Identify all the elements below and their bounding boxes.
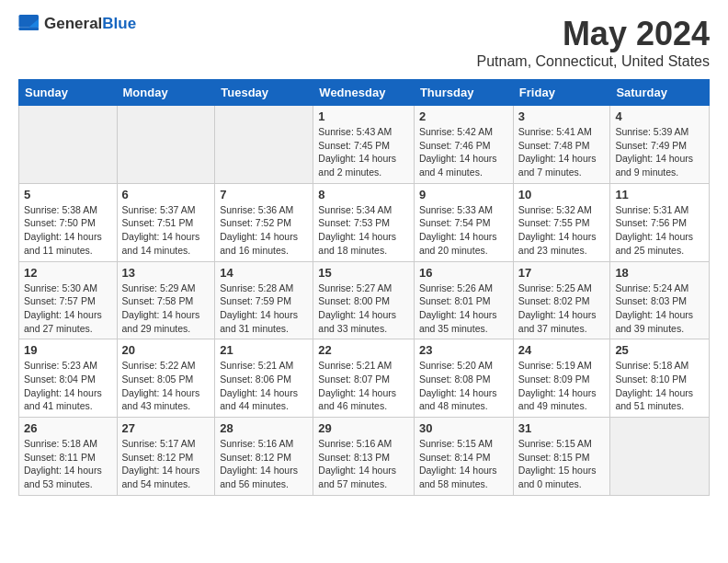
day-info: Sunrise: 5:39 AM Sunset: 7:49 PM Dayligh… bbox=[615, 125, 704, 179]
calendar-body: 1Sunrise: 5:43 AM Sunset: 7:45 PM Daylig… bbox=[19, 106, 710, 496]
header-friday: Friday bbox=[513, 80, 610, 106]
day-info: Sunrise: 5:34 AM Sunset: 7:53 PM Dayligh… bbox=[318, 203, 409, 258]
calendar-cell: 18Sunrise: 5:24 AM Sunset: 8:03 PM Dayli… bbox=[610, 261, 710, 339]
day-info: Sunrise: 5:18 AM Sunset: 8:10 PM Dayligh… bbox=[615, 359, 704, 413]
week-row-1: 1Sunrise: 5:43 AM Sunset: 7:45 PM Daylig… bbox=[19, 106, 710, 184]
header-monday: Monday bbox=[117, 80, 215, 106]
calendar-cell bbox=[117, 106, 215, 184]
day-number: 10 bbox=[518, 188, 606, 201]
day-info: Sunrise: 5:15 AM Sunset: 8:14 PM Dayligh… bbox=[419, 437, 508, 491]
calendar-cell: 9Sunrise: 5:33 AM Sunset: 7:54 PM Daylig… bbox=[414, 183, 513, 261]
title-area: May 2024 Putnam, Connecticut, United Sta… bbox=[477, 15, 710, 70]
day-info: Sunrise: 5:18 AM Sunset: 8:11 PM Dayligh… bbox=[24, 437, 112, 491]
day-number: 2 bbox=[419, 109, 508, 123]
calendar-cell: 28Sunrise: 5:16 AM Sunset: 8:12 PM Dayli… bbox=[215, 418, 313, 496]
calendar-cell: 1Sunrise: 5:43 AM Sunset: 7:45 PM Daylig… bbox=[313, 106, 415, 184]
day-number: 15 bbox=[318, 266, 409, 280]
calendar-cell: 24Sunrise: 5:19 AM Sunset: 8:09 PM Dayli… bbox=[513, 339, 610, 418]
calendar-cell: 13Sunrise: 5:29 AM Sunset: 7:58 PM Dayli… bbox=[117, 261, 215, 339]
day-number: 29 bbox=[318, 421, 409, 435]
calendar-cell: 14Sunrise: 5:28 AM Sunset: 7:59 PM Dayli… bbox=[215, 261, 313, 339]
day-number: 25 bbox=[615, 343, 704, 357]
day-number: 6 bbox=[122, 188, 210, 201]
day-number: 26 bbox=[24, 421, 112, 435]
day-info: Sunrise: 5:43 AM Sunset: 7:45 PM Dayligh… bbox=[318, 125, 409, 179]
day-info: Sunrise: 5:21 AM Sunset: 8:07 PM Dayligh… bbox=[318, 359, 409, 413]
calendar-cell: 17Sunrise: 5:25 AM Sunset: 8:02 PM Dayli… bbox=[513, 261, 610, 339]
calendar-cell: 29Sunrise: 5:16 AM Sunset: 8:13 PM Dayli… bbox=[313, 418, 415, 496]
day-info: Sunrise: 5:16 AM Sunset: 8:13 PM Dayligh… bbox=[318, 437, 409, 491]
logo-blue: Blue bbox=[102, 15, 136, 32]
day-number: 20 bbox=[122, 343, 210, 357]
day-number: 18 bbox=[615, 266, 704, 280]
day-number: 7 bbox=[220, 188, 308, 201]
calendar-header: SundayMondayTuesdayWednesdayThursdayFrid… bbox=[19, 80, 710, 106]
header-tuesday: Tuesday bbox=[215, 80, 313, 106]
day-number: 3 bbox=[518, 109, 606, 123]
day-info: Sunrise: 5:24 AM Sunset: 8:03 PM Dayligh… bbox=[615, 282, 704, 336]
week-row-4: 19Sunrise: 5:23 AM Sunset: 8:04 PM Dayli… bbox=[19, 339, 710, 418]
calendar-cell: 11Sunrise: 5:31 AM Sunset: 7:56 PM Dayli… bbox=[610, 183, 710, 261]
calendar-cell: 21Sunrise: 5:21 AM Sunset: 8:06 PM Dayli… bbox=[215, 339, 313, 418]
day-info: Sunrise: 5:42 AM Sunset: 7:46 PM Dayligh… bbox=[419, 125, 508, 179]
day-info: Sunrise: 5:19 AM Sunset: 8:09 PM Dayligh… bbox=[518, 359, 606, 413]
day-number: 24 bbox=[518, 343, 606, 357]
calendar-cell: 7Sunrise: 5:36 AM Sunset: 7:52 PM Daylig… bbox=[215, 183, 313, 261]
day-number: 12 bbox=[24, 266, 112, 280]
calendar-cell: 12Sunrise: 5:30 AM Sunset: 7:57 PM Dayli… bbox=[19, 261, 118, 339]
calendar-cell: 25Sunrise: 5:18 AM Sunset: 8:10 PM Dayli… bbox=[610, 339, 710, 418]
day-number: 22 bbox=[318, 343, 409, 357]
svg-rect-2 bbox=[18, 28, 39, 30]
header-sunday: Sunday bbox=[19, 80, 118, 106]
calendar-cell bbox=[19, 106, 118, 184]
day-info: Sunrise: 5:28 AM Sunset: 7:59 PM Dayligh… bbox=[220, 282, 308, 336]
day-number: 23 bbox=[419, 343, 508, 357]
calendar-cell bbox=[610, 418, 710, 496]
day-number: 4 bbox=[615, 109, 704, 123]
calendar-cell: 8Sunrise: 5:34 AM Sunset: 7:53 PM Daylig… bbox=[313, 183, 415, 261]
week-row-3: 12Sunrise: 5:30 AM Sunset: 7:57 PM Dayli… bbox=[19, 261, 710, 339]
month-title: May 2024 bbox=[477, 15, 710, 53]
day-info: Sunrise: 5:31 AM Sunset: 7:56 PM Dayligh… bbox=[615, 203, 704, 258]
day-info: Sunrise: 5:29 AM Sunset: 7:58 PM Dayligh… bbox=[122, 282, 210, 336]
day-info: Sunrise: 5:22 AM Sunset: 8:05 PM Dayligh… bbox=[122, 359, 210, 413]
calendar-cell: 6Sunrise: 5:37 AM Sunset: 7:51 PM Daylig… bbox=[117, 183, 215, 261]
week-row-5: 26Sunrise: 5:18 AM Sunset: 8:11 PM Dayli… bbox=[19, 418, 710, 496]
location-title: Putnam, Connecticut, United States bbox=[477, 53, 710, 70]
day-info: Sunrise: 5:38 AM Sunset: 7:50 PM Dayligh… bbox=[24, 203, 112, 258]
calendar-cell: 10Sunrise: 5:32 AM Sunset: 7:55 PM Dayli… bbox=[513, 183, 610, 261]
calendar-cell: 20Sunrise: 5:22 AM Sunset: 8:05 PM Dayli… bbox=[117, 339, 215, 418]
week-row-2: 5Sunrise: 5:38 AM Sunset: 7:50 PM Daylig… bbox=[19, 183, 710, 261]
calendar-cell: 31Sunrise: 5:15 AM Sunset: 8:15 PM Dayli… bbox=[513, 418, 610, 496]
calendar-cell: 26Sunrise: 5:18 AM Sunset: 8:11 PM Dayli… bbox=[19, 418, 118, 496]
header-thursday: Thursday bbox=[414, 80, 513, 106]
day-number: 1 bbox=[318, 109, 409, 123]
day-number: 28 bbox=[220, 421, 308, 435]
day-info: Sunrise: 5:33 AM Sunset: 7:54 PM Dayligh… bbox=[419, 203, 508, 258]
calendar-cell: 30Sunrise: 5:15 AM Sunset: 8:14 PM Dayli… bbox=[414, 418, 513, 496]
calendar-cell: 19Sunrise: 5:23 AM Sunset: 8:04 PM Dayli… bbox=[19, 339, 118, 418]
day-number: 19 bbox=[24, 343, 112, 357]
logo-icon bbox=[18, 15, 40, 33]
calendar-cell: 2Sunrise: 5:42 AM Sunset: 7:46 PM Daylig… bbox=[414, 106, 513, 184]
day-info: Sunrise: 5:23 AM Sunset: 8:04 PM Dayligh… bbox=[24, 359, 112, 413]
header-row: SundayMondayTuesdayWednesdayThursdayFrid… bbox=[19, 80, 710, 106]
day-info: Sunrise: 5:20 AM Sunset: 8:08 PM Dayligh… bbox=[419, 359, 508, 413]
day-info: Sunrise: 5:15 AM Sunset: 8:15 PM Dayligh… bbox=[518, 437, 606, 491]
header: GeneralBlue May 2024 Putnam, Connecticut… bbox=[18, 15, 710, 70]
day-info: Sunrise: 5:16 AM Sunset: 8:12 PM Dayligh… bbox=[220, 437, 308, 491]
day-number: 13 bbox=[122, 266, 210, 280]
day-number: 16 bbox=[419, 266, 508, 280]
calendar-cell: 16Sunrise: 5:26 AM Sunset: 8:01 PM Dayli… bbox=[414, 261, 513, 339]
day-info: Sunrise: 5:32 AM Sunset: 7:55 PM Dayligh… bbox=[518, 203, 606, 258]
day-info: Sunrise: 5:37 AM Sunset: 7:51 PM Dayligh… bbox=[122, 203, 210, 258]
calendar-cell: 27Sunrise: 5:17 AM Sunset: 8:12 PM Dayli… bbox=[117, 418, 215, 496]
logo-text-block: GeneralBlue bbox=[44, 15, 136, 33]
calendar-cell: 22Sunrise: 5:21 AM Sunset: 8:07 PM Dayli… bbox=[313, 339, 415, 418]
calendar-cell: 5Sunrise: 5:38 AM Sunset: 7:50 PM Daylig… bbox=[19, 183, 118, 261]
day-info: Sunrise: 5:36 AM Sunset: 7:52 PM Dayligh… bbox=[220, 203, 308, 258]
day-info: Sunrise: 5:17 AM Sunset: 8:12 PM Dayligh… bbox=[122, 437, 210, 491]
day-number: 14 bbox=[220, 266, 308, 280]
header-wednesday: Wednesday bbox=[313, 80, 415, 106]
calendar-cell bbox=[215, 106, 313, 184]
